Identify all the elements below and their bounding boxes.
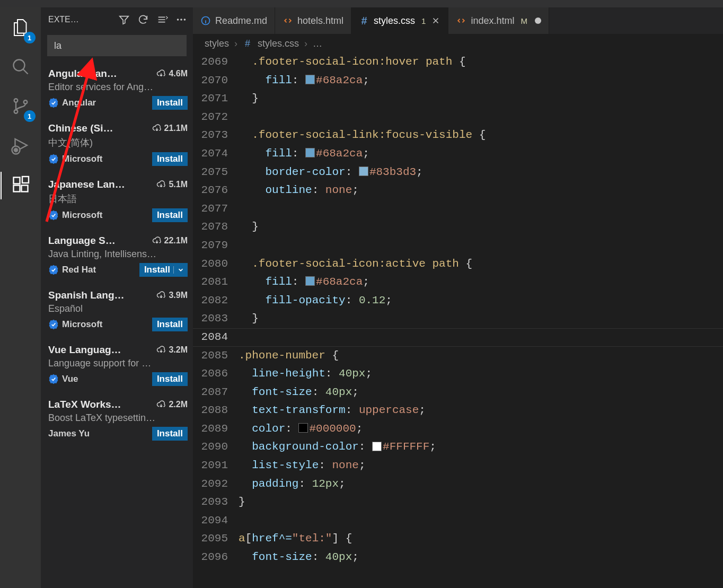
line-number-gutter: 2069207020712072207320742075207620772078… bbox=[193, 53, 239, 588]
breadcrumbs[interactable]: styles › # styles.css › … bbox=[193, 34, 723, 53]
extension-description: 中文(简体) bbox=[48, 136, 188, 149]
extensions-list[interactable]: Angular Lan… 4.6M Editor services for An… bbox=[41, 62, 193, 588]
extension-description: Español bbox=[48, 303, 188, 314]
chevron-down-icon[interactable] bbox=[173, 266, 184, 274]
extension-publisher: Vue bbox=[48, 374, 78, 384]
download-cloud-icon bbox=[156, 69, 166, 78]
chevron-right-icon: › bbox=[304, 38, 307, 49]
extension-description: Boost LaTeX typesettin… bbox=[48, 413, 188, 424]
editor-tabs: Readme.mdhotels.html#styles.css1index.ht… bbox=[193, 7, 723, 34]
verified-badge-icon bbox=[48, 154, 59, 164]
search-icon bbox=[11, 57, 30, 78]
editor-tab[interactable]: #styles.css1 bbox=[351, 7, 448, 34]
code-content[interactable]: .footer-social-icon:hover path { fill: #… bbox=[239, 53, 723, 588]
install-button[interactable]: Install bbox=[152, 372, 188, 386]
explorer-badge: 1 bbox=[24, 32, 36, 43]
extension-item[interactable]: Japanese Lan… 5.1M 日本語 Microsoft Install bbox=[48, 172, 191, 229]
extension-name: Angular Lan… bbox=[48, 68, 117, 80]
extension-item[interactable]: Vue Languag… 3.2M Language support for …… bbox=[48, 338, 191, 392]
hash-icon: # bbox=[243, 39, 252, 48]
verified-badge-icon bbox=[48, 98, 59, 108]
info-icon bbox=[200, 15, 211, 26]
install-button[interactable]: Install bbox=[152, 427, 188, 441]
extension-publisher: Microsoft bbox=[48, 319, 103, 330]
download-cloud-icon bbox=[156, 345, 166, 355]
chevron-right-icon: › bbox=[234, 38, 237, 49]
color-swatch-icon[interactable] bbox=[305, 75, 315, 84]
svg-rect-5 bbox=[13, 178, 20, 184]
install-button[interactable]: Install bbox=[152, 318, 188, 331]
extension-publisher: Red Hat bbox=[48, 265, 96, 275]
filter-icon[interactable] bbox=[118, 13, 130, 26]
extension-item[interactable]: Angular Lan… 4.6M Editor services for An… bbox=[48, 62, 191, 116]
activity-source-control[interactable]: 1 bbox=[8, 94, 33, 120]
clear-icon[interactable] bbox=[156, 13, 169, 26]
breadcrumb-more[interactable]: … bbox=[313, 38, 322, 49]
extension-downloads: 5.1M bbox=[156, 180, 188, 189]
extension-item[interactable]: Spanish Lang… 3.9M Español Microsoft Ins… bbox=[48, 283, 191, 338]
extension-downloads: 2.2M bbox=[156, 400, 188, 409]
extension-name: LaTeX Works… bbox=[48, 399, 121, 410]
editor-tab[interactable]: hotels.html bbox=[275, 7, 351, 34]
extension-item[interactable]: LaTeX Works… 2.2M Boost LaTeX typesettin… bbox=[48, 392, 191, 447]
code-editor[interactable]: 2069207020712072207320742075207620772078… bbox=[193, 53, 723, 588]
download-cloud-icon bbox=[156, 400, 166, 409]
extension-name: Spanish Lang… bbox=[48, 289, 125, 301]
extension-publisher: James Yu bbox=[48, 428, 90, 439]
install-button[interactable]: Install bbox=[152, 152, 188, 166]
color-swatch-icon[interactable] bbox=[372, 442, 382, 451]
activity-explorer[interactable]: 1 bbox=[8, 16, 33, 41]
activity-search[interactable] bbox=[8, 55, 33, 81]
extension-name: Japanese Lan… bbox=[48, 179, 125, 190]
svg-point-9 bbox=[177, 19, 179, 21]
extension-name: Chinese (Si… bbox=[48, 122, 113, 134]
editor-tab[interactable]: Readme.md bbox=[193, 7, 275, 34]
activity-extensions[interactable] bbox=[8, 173, 33, 198]
tab-label: hotels.html bbox=[297, 15, 343, 27]
svg-point-2 bbox=[14, 110, 17, 113]
install-button[interactable]: Install bbox=[152, 96, 188, 110]
svg-rect-7 bbox=[21, 186, 28, 192]
code-brackets-icon bbox=[283, 15, 293, 26]
close-icon[interactable] bbox=[431, 16, 440, 25]
breadcrumb-file[interactable]: styles.css bbox=[258, 38, 299, 49]
extension-item[interactable]: Language S… 22.1M Java Linting, Intellis… bbox=[48, 229, 191, 283]
activity-run-debug[interactable] bbox=[8, 134, 33, 159]
install-button[interactable]: Install bbox=[139, 263, 188, 277]
extension-description: 日本語 bbox=[48, 192, 188, 205]
extension-downloads: 3.2M bbox=[156, 345, 188, 355]
dirty-indicator-icon bbox=[535, 17, 541, 24]
debug-icon bbox=[11, 136, 30, 157]
extension-downloads: 4.6M bbox=[156, 69, 188, 78]
tab-modified-indicator: M bbox=[521, 16, 528, 25]
extensions-sidebar: EXTE… Angular Lan… 4.6M Editor services … bbox=[41, 7, 193, 588]
hash-icon: # bbox=[359, 15, 369, 26]
extension-name: Vue Languag… bbox=[48, 344, 121, 356]
extension-description: Editor services for Ang… bbox=[48, 82, 188, 93]
refresh-icon[interactable] bbox=[137, 13, 149, 26]
more-icon[interactable] bbox=[175, 13, 188, 26]
extensions-search-input[interactable] bbox=[47, 35, 187, 56]
download-cloud-icon bbox=[156, 291, 166, 300]
download-cloud-icon bbox=[152, 124, 162, 133]
tab-modified-indicator: 1 bbox=[421, 16, 426, 25]
breadcrumb-folder[interactable]: styles bbox=[205, 38, 229, 49]
color-swatch-icon[interactable] bbox=[359, 166, 368, 176]
verified-badge-icon bbox=[48, 265, 59, 275]
extension-publisher: Angular bbox=[48, 98, 96, 108]
color-swatch-icon[interactable] bbox=[305, 276, 315, 286]
color-swatch-icon[interactable] bbox=[298, 423, 308, 433]
tab-label: Readme.md bbox=[215, 15, 267, 27]
extension-name: Language S… bbox=[48, 235, 116, 247]
svg-point-11 bbox=[184, 19, 186, 21]
verified-badge-icon bbox=[48, 374, 59, 384]
color-swatch-icon[interactable] bbox=[305, 148, 315, 157]
extension-downloads: 22.1M bbox=[152, 236, 188, 245]
extension-description: Language support for … bbox=[48, 358, 188, 369]
svg-rect-6 bbox=[13, 186, 20, 192]
svg-point-10 bbox=[180, 19, 182, 21]
extension-item[interactable]: Chinese (Si… 21.1M 中文(简体) Microsoft Inst… bbox=[48, 116, 191, 172]
install-button[interactable]: Install bbox=[152, 208, 188, 222]
editor-tab[interactable]: index.htmlM bbox=[448, 7, 549, 34]
extension-description: Java Linting, Intellisens… bbox=[48, 249, 188, 260]
